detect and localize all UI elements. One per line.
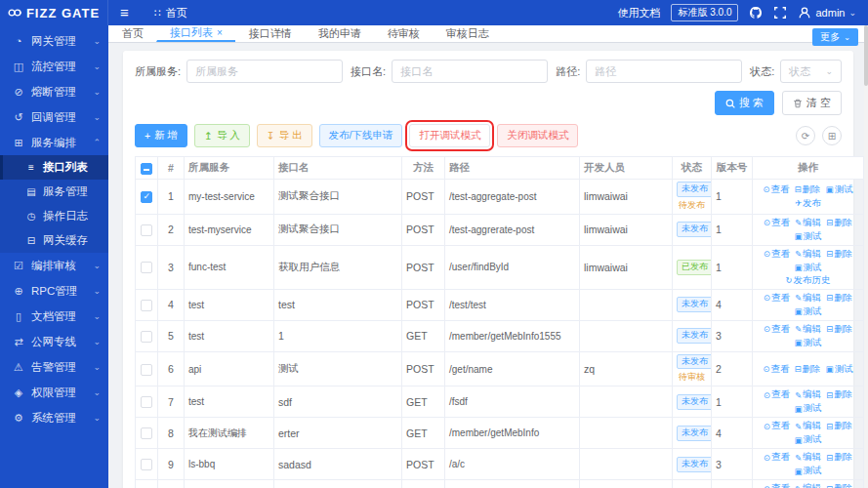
op-edit-link[interactable]: ✎编辑: [795, 451, 821, 464]
op-history-link[interactable]: ↻发布历史: [785, 274, 830, 287]
row-checkbox[interactable]: [141, 191, 152, 203]
sidebar-subitem-服务管理[interactable]: ▤服务管理: [0, 180, 108, 204]
sidebar-item-文档管理[interactable]: ▯文档管理⌄: [0, 304, 108, 329]
op-test-link[interactable]: ▣测试: [794, 465, 821, 477]
tab-接口列表[interactable]: 接口列表×: [156, 25, 235, 42]
row-checkbox[interactable]: [141, 300, 152, 311]
op-view-link[interactable]: ⊙查看: [764, 451, 790, 464]
hamburger-menu-icon[interactable]: ≡: [108, 0, 141, 25]
sidebar-subitem-操作日志[interactable]: ◷操作日志: [0, 204, 108, 228]
op-view-link[interactable]: ⊙查看: [764, 323, 790, 336]
op-edit-link[interactable]: ✎编辑: [795, 292, 821, 305]
toolbar-button-关闭调试模式[interactable]: 关闭调试模式: [497, 124, 578, 147]
row-checkbox[interactable]: [141, 331, 152, 343]
docs-link[interactable]: 使用文档: [617, 6, 660, 20]
op-test-link[interactable]: ▣测试: [794, 230, 821, 243]
sidebar-item-编排审核[interactable]: ☑编排审核⌄: [0, 253, 108, 278]
op-view-link[interactable]: ⊙查看: [764, 420, 790, 432]
op-delete-link[interactable]: ⊟删除: [794, 363, 820, 376]
op-delete-link[interactable]: ⊟删除: [826, 451, 852, 464]
op-test-link[interactable]: ▣测试: [826, 363, 853, 376]
service-filter-input[interactable]: [186, 60, 343, 83]
refresh-icon[interactable]: ⟳: [796, 126, 815, 145]
op-view-link[interactable]: ⊙查看: [764, 217, 790, 229]
op-test-link[interactable]: ▣测试: [794, 402, 821, 415]
more-button[interactable]: 更多⌄: [812, 28, 858, 46]
tab-待审核[interactable]: 待审核: [374, 25, 433, 42]
github-icon[interactable]: [749, 6, 763, 20]
op-view-link[interactable]: ⊙查看: [763, 363, 789, 376]
op-test-link[interactable]: ▣测试: [794, 305, 821, 318]
op-edit-link[interactable]: ✎编辑: [795, 388, 821, 401]
tab-审核日志[interactable]: 审核日志: [433, 25, 502, 42]
op-edit-link[interactable]: ✎编辑: [795, 420, 821, 432]
op-test-link[interactable]: ▣测试: [794, 337, 821, 349]
view-icon: ⊙: [763, 364, 769, 374]
op-delete-link[interactable]: ⊟删除: [794, 183, 820, 196]
sidebar-item-告警管理[interactable]: ⚠告警管理⌄: [0, 354, 108, 380]
toolbar-button-导 入[interactable]: ↥导 入: [194, 124, 250, 147]
toolbar-button-导 出[interactable]: ↧导 出: [257, 124, 312, 147]
search-button[interactable]: 搜 索: [715, 91, 774, 115]
op-edit-link[interactable]: ✎编辑: [795, 217, 821, 229]
tab-接口详情[interactable]: 接口详情: [235, 25, 305, 42]
fullscreen-icon[interactable]: [773, 6, 787, 20]
row-select-cell: [136, 245, 158, 289]
version-badge[interactable]: 标准版 3.0.0: [671, 4, 738, 21]
sidebar-item-系统管理[interactable]: ⚙系统管理⌄: [0, 405, 108, 430]
edit-icon: ✎: [795, 390, 802, 400]
scrollbar-thumb[interactable]: [864, 25, 868, 86]
op-delete-link[interactable]: ⊟删除: [826, 248, 852, 261]
row-checkbox[interactable]: [141, 224, 152, 236]
sidebar-item-网关管理[interactable]: ◔网关管理⌄: [0, 28, 108, 54]
tab-我的申请[interactable]: 我的申请: [305, 25, 374, 42]
op-delete-link[interactable]: ⊟删除: [826, 482, 852, 488]
toolbar-button-发布/下线申请[interactable]: 发布/下线申请: [319, 124, 403, 147]
row-checkbox[interactable]: [141, 396, 152, 408]
op-delete-link[interactable]: ⊟删除: [826, 323, 852, 336]
toolbar-button-打开调试模式[interactable]: 打开调试模式: [409, 124, 490, 147]
sidebar-item-服务编排[interactable]: ⊞服务编排⌃: [0, 130, 108, 155]
op-edit-link[interactable]: ✎编辑: [795, 248, 821, 261]
column-settings-icon[interactable]: ⊞: [822, 126, 842, 145]
op-test-link[interactable]: ▣测试: [794, 433, 821, 446]
op-view-link[interactable]: ⊙查看: [764, 482, 790, 488]
op-test-link[interactable]: ▣测试: [826, 183, 853, 196]
sidebar-item-流控管理[interactable]: ◫流控管理⌄: [0, 54, 108, 79]
op-edit-link[interactable]: ✎编辑: [795, 482, 821, 488]
op-view-link[interactable]: ⊙查看: [764, 248, 790, 261]
op-view-link[interactable]: ⊙查看: [764, 388, 790, 401]
name-filter-input[interactable]: [392, 60, 548, 83]
tab-close-icon[interactable]: ×: [217, 27, 223, 38]
scrollbar[interactable]: [864, 25, 868, 488]
op-edit-link[interactable]: ✎编辑: [795, 323, 821, 336]
row-checkbox[interactable]: [141, 427, 152, 439]
sidebar-item-公网专线[interactable]: ⇄公网专线⌄: [0, 329, 108, 354]
tab-首页[interactable]: 首页: [108, 25, 156, 42]
sidebar-item-回调管理[interactable]: ↺回调管理⌄: [0, 104, 108, 130]
op-delete-link[interactable]: ⊟删除: [826, 420, 852, 432]
op-delete-link[interactable]: ⊟删除: [826, 292, 852, 305]
row-checkbox[interactable]: [141, 459, 152, 470]
clear-button[interactable]: 清 空: [782, 91, 842, 115]
op-view-link[interactable]: ⊙查看: [764, 292, 790, 305]
op-view-link[interactable]: ⊙查看: [763, 183, 789, 196]
sidebar-item-权限管理[interactable]: ◈权限管理⌄: [0, 380, 108, 405]
status-filter-select[interactable]: 状态 ⌄: [780, 60, 842, 83]
row-checkbox[interactable]: [141, 262, 152, 273]
toolbar-button-新 增[interactable]: +新 增: [135, 124, 187, 147]
user-menu[interactable]: admin ⌄: [798, 6, 856, 20]
sidebar-subitem-网关缓存[interactable]: ⊟网关缓存: [0, 228, 108, 253]
row-checkbox[interactable]: [141, 364, 152, 376]
sidebar-subitem-接口列表[interactable]: ≡接口列表: [0, 155, 108, 180]
op-publish-link[interactable]: ✈发布: [795, 197, 821, 210]
sidebar-item-RPC管理[interactable]: ⊕RPC管理⌄: [0, 278, 108, 304]
op-delete-link[interactable]: ⊟删除: [826, 388, 852, 401]
breadcrumb[interactable]: ∷ 首页: [154, 6, 187, 20]
breadcrumb-home[interactable]: 首页: [166, 6, 187, 20]
select-all-checkbox[interactable]: [141, 163, 152, 175]
sidebar-item-熔断管理[interactable]: ⊘熔断管理⌄: [0, 79, 108, 104]
op-test-link[interactable]: ▣测试: [794, 262, 821, 274]
op-delete-link[interactable]: ⊟删除: [826, 217, 852, 229]
path-filter-input[interactable]: [586, 60, 742, 83]
